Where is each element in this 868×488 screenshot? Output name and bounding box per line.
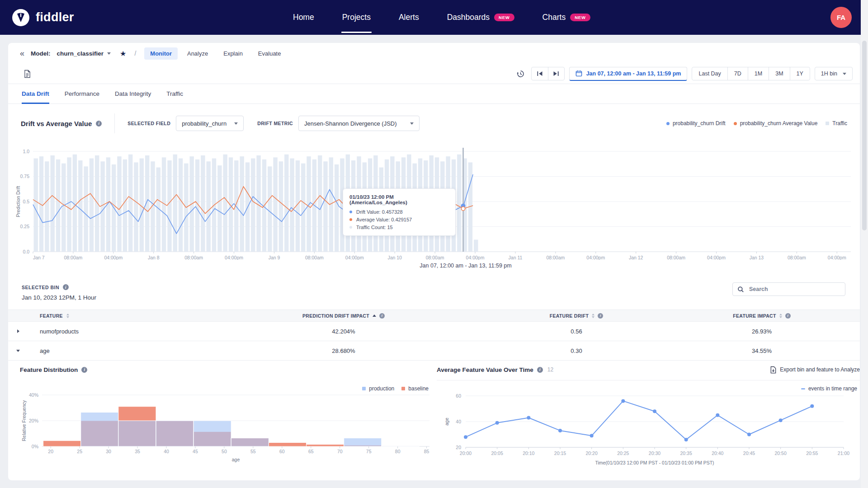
tab-data-drift[interactable]: Data Drift: [22, 84, 49, 103]
row-expander[interactable]: [8, 350, 28, 352]
drift-chart[interactable]: 1.00.750.50.250.0Prediction DriftJan 708…: [14, 143, 855, 260]
table-row-numofproducts[interactable]: numofproducts42.204%0.5626.93%: [8, 322, 860, 341]
info-icon[interactable]: i: [96, 121, 102, 127]
svg-text:Jan 9: Jan 9: [269, 255, 280, 260]
nav-item-alerts[interactable]: Alerts: [399, 0, 419, 35]
svg-text:08:00am: 08:00am: [64, 255, 82, 260]
sort-up-icon: [66, 314, 69, 315]
tab-performance[interactable]: Performance: [65, 84, 99, 103]
sidebar-collapse-icon[interactable]: «: [20, 49, 24, 57]
nav-item-charts[interactable]: ChartsNEW: [542, 0, 590, 35]
range-button-last-day[interactable]: Last Day: [692, 67, 727, 80]
svg-text:Relative Frequency: Relative Frequency: [21, 400, 27, 441]
svg-text:20:55: 20:55: [806, 450, 818, 456]
info-icon[interactable]: i: [81, 367, 87, 373]
chevron-down-icon: [107, 52, 111, 55]
sort-icon[interactable]: [66, 314, 69, 318]
tab-label: Traffic: [166, 90, 183, 97]
feature-distribution-chart[interactable]: 40%20%0%Relative Frequency20253035404550…: [20, 393, 431, 468]
model-name-dropdown[interactable]: churn_classifier: [57, 50, 111, 57]
selected-bin-label: SELECTED BIN: [22, 285, 59, 290]
selected-field-select[interactable]: probability_churn: [176, 116, 244, 131]
drift-metric-select[interactable]: Jensen-Shannon Divergence (JSD): [298, 116, 420, 131]
sort-icon[interactable]: [592, 314, 594, 318]
user-avatar[interactable]: FA: [830, 7, 852, 28]
model-section-analyze[interactable]: Analyze: [181, 47, 214, 60]
report-document-icon[interactable]: [22, 68, 33, 80]
tab-label: Data Integrity: [115, 90, 151, 97]
avg-feature-value-card: Average Feature Value Over Time i 12 Exp…: [437, 364, 860, 478]
nav-item-home[interactable]: Home: [293, 0, 314, 35]
scrollbar[interactable]: [861, 0, 868, 488]
legend-item-traffic[interactable]: Traffic: [826, 120, 847, 127]
info-icon[interactable]: i: [379, 313, 385, 319]
row-expander[interactable]: [8, 329, 28, 333]
new-badge: NEW: [570, 14, 590, 22]
bin-selector-label: 1H bin: [821, 70, 837, 77]
cell-feature-drift: 0.30: [489, 347, 664, 354]
chevron-down-icon: [410, 122, 414, 125]
column-header-feature-impact[interactable]: FEATURE IMPACTi: [664, 313, 860, 319]
range-button-1m[interactable]: 1M: [748, 67, 769, 80]
svg-text:04:00pm: 04:00pm: [466, 255, 485, 260]
avg-feature-value-chart[interactable]: 604020age20:0020:0520:1020:1520:2020:252…: [437, 392, 860, 478]
sort-asc-icon[interactable]: [373, 314, 376, 317]
history-icon[interactable]: [514, 68, 527, 80]
svg-text:55: 55: [250, 449, 256, 454]
svg-text:age: age: [232, 457, 240, 462]
sort-icon[interactable]: [779, 314, 782, 318]
model-section-evaluate[interactable]: Evaluate: [252, 47, 287, 60]
new-badge: NEW: [494, 14, 514, 22]
sort-up-icon: [592, 314, 594, 315]
legend-item-baseline[interactable]: baseline: [401, 385, 429, 392]
bin-selector[interactable]: 1H bin: [815, 67, 853, 80]
scrollbar-thumb[interactable]: [862, 41, 867, 230]
column-header-feature[interactable]: FEATURE: [28, 313, 198, 319]
active-tab-underline: [22, 103, 49, 104]
info-icon[interactable]: i: [598, 313, 603, 319]
nav-item-dashboards[interactable]: DashboardsNEW: [447, 0, 514, 35]
nav-item-label: Charts: [542, 13, 566, 22]
info-icon[interactable]: i: [537, 367, 543, 373]
date-range-button[interactable]: Jan 07, 12:00 am - Jan 13, 11:59 pm: [569, 67, 688, 81]
search-icon: [737, 286, 744, 293]
svg-text:20:45: 20:45: [743, 450, 755, 456]
favorite-star-icon[interactable]: ★: [120, 49, 126, 58]
legend-item-probability-churn-drift[interactable]: probability_churn Drift: [666, 120, 726, 127]
fiddler-logo[interactable]: fiddler: [12, 9, 74, 27]
column-header-feature-drift[interactable]: FEATURE DRIFTi: [489, 313, 664, 319]
info-icon[interactable]: i: [63, 284, 69, 290]
sort-down-icon: [592, 316, 594, 318]
tooltip-row-text: Traffic Count: 15: [356, 225, 393, 230]
range-button-group: Last Day7D1M3M1Y: [692, 67, 810, 80]
model-bar: « Model: churn_classifier ★ / MonitorAna…: [8, 43, 860, 64]
range-button-1y[interactable]: 1Y: [790, 67, 810, 80]
info-icon[interactable]: i: [785, 313, 791, 319]
distribution-legend: productionbaseline: [362, 385, 429, 392]
model-section-monitor[interactable]: Monitor: [144, 47, 178, 60]
table-row-age[interactable]: age28.680%0.3034.55%: [8, 341, 860, 361]
tab-traffic[interactable]: Traffic: [166, 84, 183, 103]
export-button[interactable]: Export bin and feature to Analyze: [770, 366, 860, 374]
legend-item-probability-churn-average-value[interactable]: probability_churn Average Value: [734, 120, 818, 127]
skip-forward-button[interactable]: [548, 67, 564, 80]
cell-feature: numofproducts: [28, 328, 198, 335]
model-section-explain[interactable]: Explain: [217, 47, 249, 60]
selected-field-label: SELECTED FIELD: [127, 121, 170, 126]
legend-item[interactable]: events in time range: [801, 385, 857, 392]
search-input[interactable]: [748, 286, 840, 293]
svg-text:Jan 12: Jan 12: [629, 255, 643, 260]
range-button-3m[interactable]: 3M: [769, 67, 789, 80]
skip-back-button[interactable]: [532, 67, 548, 80]
export-icon: [770, 366, 777, 374]
column-header-prediction-drift-impact[interactable]: PREDICTION DRIFT IMPACTi: [198, 313, 489, 319]
legend-item-production[interactable]: production: [362, 385, 394, 392]
nav-item-projects[interactable]: Projects: [342, 0, 371, 35]
svg-text:08:00am: 08:00am: [426, 255, 444, 260]
drift-section-title: Drift vs Average Value: [21, 120, 92, 127]
tab-label: Data Drift: [22, 90, 49, 97]
svg-text:35: 35: [135, 449, 140, 454]
tab-data-integrity[interactable]: Data Integrity: [115, 84, 151, 103]
range-button-7d[interactable]: 7D: [727, 67, 748, 80]
selected-bin-value: Jan 10, 2023 12PM, 1 Hour: [22, 294, 96, 301]
